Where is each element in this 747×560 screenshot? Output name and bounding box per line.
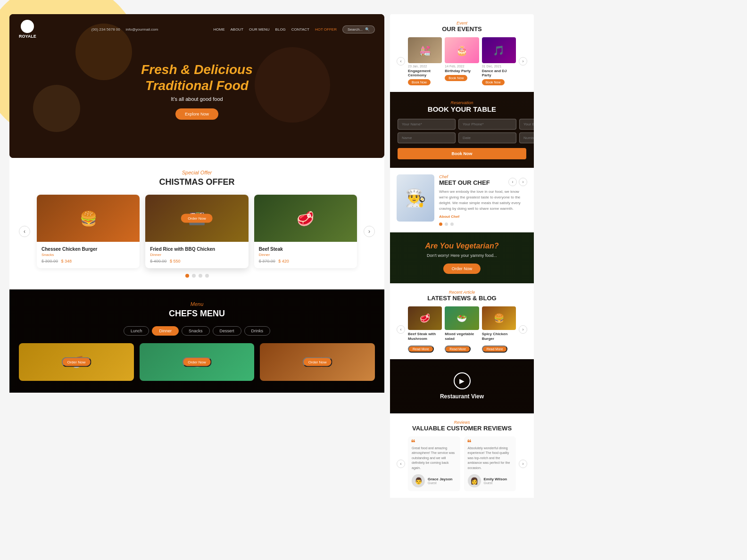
- nav-contact[interactable]: CONTACT: [291, 27, 309, 32]
- offer-card-3-image: 🥩: [254, 195, 357, 242]
- reviewer-2-info: Emily Wilson Guest: [484, 477, 507, 485]
- event-card-1-btn[interactable]: Book Now: [408, 79, 431, 85]
- news-next-arrow[interactable]: ›: [519, 325, 527, 334]
- offer-card-1-name: Chessee Chicken Burger: [42, 247, 135, 252]
- nav-about[interactable]: ABOUT: [230, 27, 243, 32]
- offer-card-3-name: Beef Steak: [259, 247, 352, 252]
- restaurant-view-label: Restaurant View: [440, 393, 484, 400]
- chef-description: When we embody the love in our food, we …: [439, 189, 527, 212]
- tab-dessert[interactable]: Dessert: [213, 326, 241, 336]
- play-button[interactable]: ▶: [454, 372, 471, 389]
- chef-info: Chef MEET OUR CHEF ‹ › When we embody th…: [439, 174, 527, 226]
- review-card-1-text: Great food and amazing atmosphere! The s…: [412, 446, 456, 471]
- nav-home[interactable]: HOME: [213, 27, 224, 32]
- reviews-section: Reviews VALUABLE CUSTOMER REVIEWS ‹ ❝ Gr…: [390, 413, 534, 498]
- your-email-input[interactable]: [519, 119, 534, 130]
- events-cards: 💒 23 Jan, 2022 Engagement Ceremony Book …: [408, 37, 516, 85]
- dot-2[interactable]: [192, 274, 196, 278]
- carousel-dots: [19, 274, 375, 278]
- events-carousel: ‹ 💒 23 Jan, 2022 Engagement Ceremony Boo…: [397, 37, 527, 85]
- reviewer-1-avatar: 👨: [412, 474, 425, 487]
- news-title: LATEST NEWS & BLOG: [397, 295, 527, 302]
- reviews-next-arrow[interactable]: ›: [519, 460, 527, 468]
- brand-logo[interactable]: 🍽 ROYALE: [19, 20, 36, 39]
- menu-item-1-order[interactable]: Order Now: [61, 357, 91, 367]
- dot-3[interactable]: [199, 274, 202, 278]
- veg-order-button[interactable]: Order Now: [443, 264, 481, 274]
- reviewer-2-name: Emily Wilson: [484, 477, 507, 481]
- event-card-3-btn[interactable]: Book Now: [482, 79, 505, 85]
- veg-subtitle: Don't worry! Here your yammy food...: [397, 253, 527, 258]
- special-offer-title: CHISTMAS OFFER: [19, 177, 375, 187]
- menu-items: 🍜 Order Now 🥗 Order Now 🦐 Order Now: [19, 343, 375, 381]
- book-now-button[interactable]: Book Now: [398, 148, 526, 159]
- menu-item-1: 🍜 Order Now: [19, 343, 134, 381]
- news-card-1-name: Beef Steak with Mushroom: [408, 332, 442, 342]
- reviews-prev-arrow[interactable]: ‹: [397, 460, 405, 468]
- tab-snacks[interactable]: Snacks: [182, 326, 210, 336]
- news-card-3: 🍔 Spicy Chicken Burger Read More: [482, 306, 516, 353]
- menu-tabs: Lunch Dinner Snacks Dessert Drinks: [19, 326, 375, 336]
- chef-nav-arrows: ‹ ›: [508, 178, 527, 186]
- news-card-3-image: 🍔: [482, 306, 516, 330]
- review-card-2: ❝ Absolutely wonderful dining experience…: [464, 436, 516, 492]
- explore-now-button[interactable]: Explore Now: [175, 108, 218, 120]
- book-table-title: BOOK YOUR TABLE: [398, 105, 526, 113]
- guests-input[interactable]: [519, 132, 534, 143]
- news-label: Recent Article: [397, 290, 527, 295]
- email: info@yourmail.com: [126, 27, 158, 32]
- carousel-prev-arrow[interactable]: ‹: [19, 226, 30, 237]
- search-box[interactable]: Search... 🔍: [342, 25, 375, 33]
- events-label: Event: [397, 21, 527, 25]
- tab-drinks[interactable]: Drinks: [244, 326, 271, 336]
- offer-card-2-name: Fried Rice with BBQ Chicken: [150, 247, 243, 252]
- booking-form: Book Now: [398, 119, 526, 159]
- offer-card-1-category: Snacks: [42, 253, 135, 257]
- events-next-arrow[interactable]: ›: [519, 57, 527, 66]
- search-icon: 🔍: [365, 27, 370, 32]
- review-quote-icon-1: ❝: [411, 438, 415, 447]
- event-card-3-name: Dance and DJ Party: [482, 69, 516, 77]
- tab-dinner[interactable]: Dinner: [152, 326, 179, 336]
- dot-1[interactable]: [185, 274, 189, 278]
- carousel-next-arrow[interactable]: ›: [364, 226, 375, 237]
- tab-lunch[interactable]: Lunch: [124, 326, 149, 336]
- news-card-3-btn[interactable]: Read More: [482, 346, 508, 353]
- chef-dot-2[interactable]: [445, 222, 448, 226]
- about-chef-link[interactable]: About Chef: [439, 214, 527, 219]
- chef-section: 👨‍🍳 Chef MEET OUR CHEF ‹ › When we embod…: [390, 168, 534, 232]
- menu-item-2-order[interactable]: Order Now: [182, 357, 212, 367]
- menu-item-3: 🦐 Order Now: [260, 343, 375, 381]
- news-card-2-btn[interactable]: Read More: [445, 346, 471, 353]
- chef-next-arrow[interactable]: ›: [519, 178, 527, 186]
- offer-card-2-image: 🍱 Order Now: [145, 195, 248, 242]
- order-now-button-overlay[interactable]: Order Now: [181, 214, 213, 223]
- chef-dot-3[interactable]: [450, 222, 454, 226]
- dot-4[interactable]: [205, 274, 209, 278]
- news-prev-arrow[interactable]: ‹: [397, 325, 405, 334]
- menu-item-3-order[interactable]: Order Now: [303, 357, 332, 367]
- reviews-label: Reviews: [397, 420, 527, 425]
- event-card-2-name: Birthday Party: [445, 69, 479, 73]
- reviews-title: VALUABLE CUSTOMER REVIEWS: [397, 425, 527, 432]
- offer-card-1-old-price: $ 300.00: [42, 259, 58, 264]
- news-card-1-btn[interactable]: Read More: [408, 346, 434, 353]
- your-phone-input[interactable]: [458, 119, 516, 130]
- events-prev-arrow[interactable]: ‹: [397, 57, 405, 66]
- chef-prev-arrow[interactable]: ‹: [508, 178, 517, 186]
- special-offer-label: Special Offer: [19, 170, 375, 175]
- news-card-2-name: Mixed vegetable salad: [445, 332, 479, 342]
- date-input[interactable]: [458, 132, 516, 143]
- offer-cards: 🍔 Chessee Chicken Burger Snacks $ 300.00…: [37, 195, 357, 268]
- event-card-2-btn[interactable]: Book Now: [445, 75, 467, 81]
- event-card-2-date: 14 Feb, 2022: [445, 65, 479, 68]
- nav-blog[interactable]: BLOG: [275, 27, 286, 32]
- reviewer-1: 👨 Grace Jayson Guest: [412, 474, 456, 487]
- your-name-input[interactable]: [398, 119, 456, 130]
- nav-offer[interactable]: HOT OFFER: [315, 27, 337, 32]
- nav-menu[interactable]: OUR MENU: [249, 27, 270, 32]
- reviewer-2: 👩 Emily Wilson Guest: [468, 474, 513, 487]
- news-section: Recent Article LATEST NEWS & BLOG ‹ 🥩 Be…: [390, 283, 534, 359]
- chef-dot-1[interactable]: [439, 222, 442, 226]
- name-input[interactable]: [398, 132, 456, 143]
